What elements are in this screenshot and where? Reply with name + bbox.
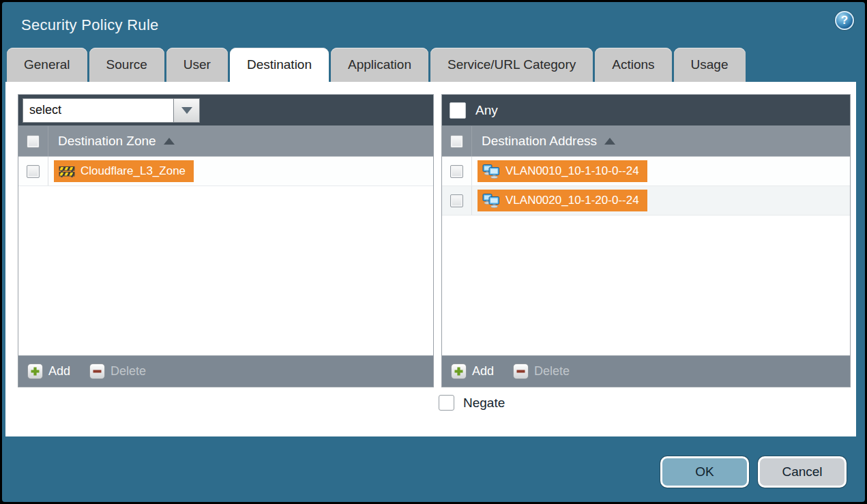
zone-delete-label: Delete [111,364,146,379]
sort-ascending-icon [164,138,175,145]
address-icon [482,164,500,179]
address-row-checkbox-cell [442,157,472,186]
chevron-down-icon [181,107,192,114]
tab-usage[interactable]: Usage [674,48,746,82]
title-bar: Security Policy Rule ? [2,2,865,48]
zone-row-checkbox[interactable] [27,165,40,178]
address-select-all-checkbox[interactable] [450,135,463,148]
zone-select-dropdown-button[interactable] [174,98,200,123]
zone-footer: Add Delete [18,355,433,387]
help-icon[interactable]: ? [835,11,854,30]
negate-row: Negate [439,395,505,411]
address-list: VLAN0010_10-1-10-0--24 [442,157,850,355]
cancel-button[interactable]: Cancel [758,456,847,488]
zone-select-all-cell [18,126,48,156]
tab-user[interactable]: User [166,48,228,82]
address-item[interactable]: VLAN0020_10-1-20-0--24 [477,190,647,211]
address-item-label: VLAN0020_10-1-20-0--24 [505,194,639,207]
zone-item[interactable]: Cloudflare_L3_Zone [54,160,194,182]
zone-add-button[interactable]: Add [27,364,70,379]
address-row-checkbox[interactable] [450,165,463,178]
address-item[interactable]: VLAN0010_10-1-10-0--24 [477,160,647,182]
security-policy-rule-dialog: Security Policy Rule ? General Source Us… [0,0,867,504]
tab-source-label: Source [106,57,147,72]
tab-service-url-category[interactable]: Service/URL Category [430,48,593,82]
zone-row-checkbox-cell [18,157,48,186]
zone-icon [59,164,75,178]
address-delete-button[interactable]: Delete [513,364,570,379]
tab-service-url-category-label: Service/URL Category [447,57,576,72]
tab-user-label: User [183,57,211,72]
sort-ascending-icon [604,138,615,145]
address-select-all-cell [442,126,472,156]
address-column-label: Destination Address [482,134,597,149]
zone-add-label: Add [48,364,70,379]
any-row: Any [446,102,498,119]
address-row: VLAN0020_10-1-20-0--24 [442,186,850,216]
address-toolbar: Any [442,95,850,126]
dialog-title: Security Policy Rule [21,16,159,34]
address-row-checkbox[interactable] [450,194,463,207]
zone-item-label: Cloudflare_L3_Zone [80,164,186,178]
address-item-label: VLAN0010_10-1-10-0--24 [505,164,639,178]
tab-destination-label: Destination [247,57,312,72]
negate-checkbox[interactable] [439,395,454,411]
zone-delete-button[interactable]: Delete [89,364,146,379]
address-add-label: Add [472,364,494,379]
tab-destination[interactable]: Destination [230,48,329,82]
tab-general-label: General [24,57,70,72]
destination-address-panel: Any Destination Address [441,94,851,387]
tab-source[interactable]: Source [89,48,164,82]
address-footer: Add Delete [442,355,850,387]
tab-usage-label: Usage [691,57,729,72]
destination-tab-content: select Destination Zone [5,82,856,436]
tab-general[interactable]: General [7,48,87,82]
zone-select-input[interactable]: select [23,98,174,123]
zone-column-title[interactable]: Destination Zone [48,134,175,149]
zone-select-combobox: select [23,98,200,123]
tab-application[interactable]: Application [331,48,428,82]
any-label: Any [475,103,498,118]
dialog-action-buttons: OK Cancel [660,456,847,488]
address-delete-label: Delete [534,364,570,379]
tab-actions[interactable]: Actions [595,48,671,82]
address-row-checkbox-cell [442,186,472,215]
zone-column-header: Destination Zone [18,126,433,157]
zone-select-all-checkbox[interactable] [27,135,40,148]
tab-bar: General Source User Destination Applicat… [2,48,865,82]
address-row: VLAN0010_10-1-10-0--24 [442,157,850,186]
zone-list: Cloudflare_L3_Zone [18,157,433,355]
address-icon [482,193,500,208]
delete-icon [89,364,105,379]
negate-label: Negate [463,396,505,411]
add-icon [27,364,43,379]
zone-column-label: Destination Zone [58,134,156,149]
address-add-button[interactable]: Add [451,364,494,379]
tab-application-label: Application [348,57,411,72]
delete-icon [513,364,529,379]
tab-actions-label: Actions [612,57,654,72]
zone-row: Cloudflare_L3_Zone [18,157,433,186]
zone-toolbar: select [18,95,433,126]
address-column-header: Destination Address [442,126,850,157]
add-icon [451,364,467,379]
any-checkbox[interactable] [450,102,466,119]
address-column-title[interactable]: Destination Address [472,134,615,149]
destination-zone-panel: select Destination Zone [18,94,434,387]
ok-button[interactable]: OK [660,456,749,488]
